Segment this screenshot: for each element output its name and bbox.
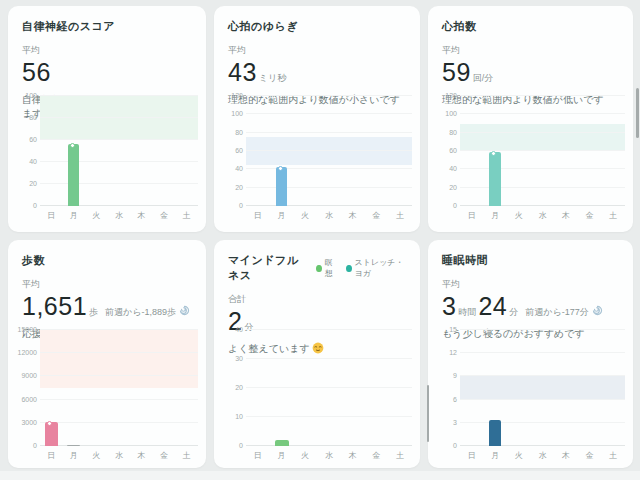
card-title: 睡眠時間 xyxy=(442,253,488,268)
stat-value-row: 1,651 歩 前週から-1,889歩 xyxy=(22,292,192,321)
chart-bar[interactable] xyxy=(276,167,287,206)
y-axis-tick-label: 100 xyxy=(203,110,243,118)
chart-steps[interactable]: 03000600090001200015000日月火水木金土 xyxy=(40,330,198,446)
x-axis-day-label: 日 xyxy=(39,210,63,221)
x-axis-day-label: 金 xyxy=(152,210,176,221)
chart-bar[interactable] xyxy=(45,422,58,446)
gridline xyxy=(40,117,198,118)
cyclone-icon xyxy=(592,302,603,320)
target-range-band xyxy=(40,330,198,388)
y-axis-tick-label: 40 xyxy=(0,158,37,166)
stat-value: 1,651 xyxy=(22,292,87,321)
gridline xyxy=(40,399,198,400)
y-axis-tick-label: 40 xyxy=(417,165,457,173)
stat-unit: 歩 xyxy=(89,306,98,319)
target-range-band xyxy=(246,137,412,165)
chart-bar[interactable] xyxy=(489,420,501,446)
weekly-change: 前週から-177分 xyxy=(525,306,588,319)
gridline xyxy=(40,445,198,446)
gridline xyxy=(460,150,625,151)
chart-bar[interactable] xyxy=(67,445,80,446)
y-axis-tick-label: 20 xyxy=(203,184,243,192)
chart-bar[interactable] xyxy=(68,144,79,206)
y-axis-tick-label: 60 xyxy=(417,147,457,155)
x-axis-day-label: 土 xyxy=(388,450,412,461)
x-axis-day-label: 月 xyxy=(483,450,507,461)
x-axis-day-label: 火 xyxy=(84,210,108,221)
chart-mindfulness[interactable]: 010203040日月火水木金土 xyxy=(246,330,412,446)
card-mindfulness[interactable]: マインドフルネス 瞑想 ストレッチ・ヨガ 合計 2 分 よく整えています 010… xyxy=(214,240,420,468)
card-heart-rate[interactable]: 心拍数 平均 59 回/分 理想的な範囲内より数値が低いです 020406080… xyxy=(428,6,633,232)
gridline xyxy=(246,150,412,151)
gridline xyxy=(246,416,412,417)
stat-value: 56 xyxy=(22,58,51,87)
card-steps[interactable]: 歩数 平均 1,651 歩 前週から-1,889歩 応援しています 030006… xyxy=(8,240,206,468)
gridline xyxy=(40,95,198,96)
card-title: 心拍数 xyxy=(442,19,477,34)
x-axis-day-label: 金 xyxy=(578,210,602,221)
gridline xyxy=(460,187,625,188)
gridline xyxy=(246,329,412,330)
card-sleep[interactable]: 睡眠時間 平均 3 時間 24 分 前週から-177分 もう少し寝るのがおすすめ… xyxy=(428,240,633,468)
chart-autonomic-score[interactable]: 020406080100日月火水木金土 xyxy=(40,96,198,206)
chart-bar[interactable] xyxy=(489,152,501,206)
gridline xyxy=(40,205,198,206)
gridline xyxy=(40,375,198,376)
chart-bar[interactable] xyxy=(275,440,289,446)
x-axis-day-label: 土 xyxy=(388,210,412,221)
y-axis-tick-label: 80 xyxy=(203,129,243,137)
card-title: マインドフルネス xyxy=(228,253,304,283)
scrollbar-thumb-inner[interactable] xyxy=(427,385,429,442)
y-axis-tick-label: 100 xyxy=(0,92,37,100)
x-axis-day-label: 水 xyxy=(107,210,131,221)
gridline xyxy=(40,329,198,330)
sleep-hours-value: 3 xyxy=(442,292,456,321)
stat-value-row: 56 xyxy=(22,58,192,87)
gridline xyxy=(40,352,198,353)
x-axis-day-label: 金 xyxy=(364,450,388,461)
y-axis-tick-label: 40 xyxy=(203,165,243,173)
card-title: 自律神経のスコア xyxy=(22,19,115,34)
x-axis-day-label: 水 xyxy=(107,450,131,461)
chart-hrv[interactable]: 020406080100120日月火水木金土 xyxy=(246,96,412,206)
gridline xyxy=(460,329,625,330)
gridline xyxy=(246,187,412,188)
chart-sleep[interactable]: 03691215日月火水木金土 xyxy=(460,330,625,446)
card-autonomic-score[interactable]: 自律神経のスコア 平均 56 自律神経のバランスがやや乱れています 020406… xyxy=(8,6,206,232)
y-axis-tick-label: 30 xyxy=(203,355,243,363)
x-axis-day-label: 木 xyxy=(341,210,365,221)
y-axis-tick-label: 10 xyxy=(203,413,243,421)
stat-label: 平均 xyxy=(228,44,406,57)
y-axis-tick-label: 3 xyxy=(417,419,457,427)
stat-label: 平均 xyxy=(442,44,619,57)
scrollbar-thumb-right[interactable] xyxy=(636,88,639,138)
x-axis-day-label: 火 xyxy=(507,450,531,461)
gridline xyxy=(246,113,412,114)
x-axis-day-label: 日 xyxy=(460,210,484,221)
y-axis-tick-label: 9 xyxy=(417,372,457,380)
cyclone-icon xyxy=(179,302,190,320)
y-axis-tick-label: 0 xyxy=(203,202,243,210)
card-hrv[interactable]: 心拍のゆらぎ 平均 43 ミリ秒 理想的な範囲内より数値が小さいです 02040… xyxy=(214,6,420,232)
x-axis-day-label: 水 xyxy=(531,450,555,461)
stat-value-row: 43 ミリ秒 xyxy=(228,58,406,87)
y-axis-tick-label: 100 xyxy=(417,110,457,118)
gridline xyxy=(246,445,412,446)
x-axis-day-label: 月 xyxy=(270,450,294,461)
x-axis-day-label: 火 xyxy=(293,450,317,461)
stat-label: 合計 xyxy=(228,293,406,306)
x-axis-day-label: 木 xyxy=(341,450,365,461)
x-axis-day-label: 月 xyxy=(62,450,86,461)
stat-unit: ミリ秒 xyxy=(259,72,286,85)
gridline xyxy=(460,132,625,133)
y-axis-tick-label: 6 xyxy=(417,396,457,404)
x-axis-day-label: 金 xyxy=(578,450,602,461)
gridline xyxy=(460,445,625,446)
x-axis-day-label: 水 xyxy=(317,210,341,221)
x-axis-day-label: 木 xyxy=(130,210,154,221)
sleep-minutes-unit: 分 xyxy=(509,306,518,319)
x-axis-day-label: 水 xyxy=(317,450,341,461)
chart-heart-rate[interactable]: 020406080100120日月火水木金土 xyxy=(460,96,625,206)
y-axis-tick-label: 0 xyxy=(203,442,243,450)
gridline xyxy=(40,139,198,140)
